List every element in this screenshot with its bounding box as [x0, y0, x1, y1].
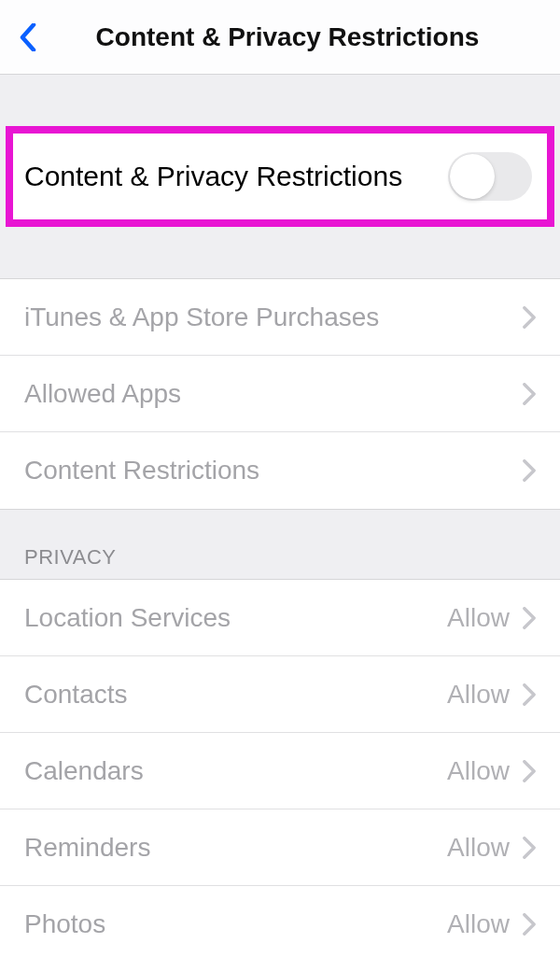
photos-row[interactable]: Photos Allow	[0, 886, 560, 957]
row-label: Photos	[24, 909, 447, 939]
row-value: Allow	[447, 756, 510, 786]
content-privacy-toggle-row[interactable]: Content & Privacy Restrictions	[19, 139, 541, 214]
purchases-group: iTunes & App Store Purchases Allowed App…	[0, 278, 560, 510]
content-privacy-toggle-label: Content & Privacy Restrictions	[24, 161, 448, 192]
chevron-right-icon	[523, 306, 536, 329]
allowed-apps-row[interactable]: Allowed Apps	[0, 356, 560, 432]
privacy-section-header: PRIVACY	[0, 510, 560, 579]
content-privacy-toggle[interactable]	[448, 152, 532, 201]
page-title: Content & Privacy Restrictions	[26, 22, 549, 52]
row-label: Reminders	[24, 833, 447, 863]
nav-header: Content & Privacy Restrictions	[0, 0, 560, 75]
content-scroll[interactable]: Content & Privacy Restrictions iTunes & …	[0, 75, 560, 957]
row-label: Location Services	[24, 603, 447, 633]
spacer	[0, 75, 560, 126]
row-label: Content Restrictions	[24, 456, 523, 486]
chevron-right-icon	[523, 837, 536, 859]
reminders-row[interactable]: Reminders Allow	[0, 809, 560, 886]
itunes-appstore-purchases-row[interactable]: iTunes & App Store Purchases	[0, 279, 560, 356]
content-restrictions-row[interactable]: Content Restrictions	[0, 432, 560, 509]
row-label: Allowed Apps	[24, 379, 523, 409]
row-value: Allow	[447, 833, 510, 863]
location-services-row[interactable]: Location Services Allow	[0, 580, 560, 656]
row-label: Calendars	[24, 756, 447, 786]
row-value: Allow	[447, 909, 510, 939]
highlight-annotation: Content & Privacy Restrictions	[6, 126, 554, 227]
chevron-right-icon	[523, 913, 536, 936]
privacy-group: Location Services Allow Contacts Allow C…	[0, 579, 560, 957]
chevron-right-icon	[523, 683, 536, 706]
chevron-right-icon	[523, 607, 536, 629]
chevron-right-icon	[523, 459, 536, 482]
chevron-right-icon	[523, 383, 536, 405]
chevron-right-icon	[523, 760, 536, 782]
toggle-knob	[450, 154, 495, 199]
row-label: iTunes & App Store Purchases	[24, 303, 523, 332]
row-label: Contacts	[24, 680, 447, 710]
calendars-row[interactable]: Calendars Allow	[0, 733, 560, 809]
spacer	[0, 227, 560, 278]
row-value: Allow	[447, 603, 510, 633]
row-value: Allow	[447, 680, 510, 710]
contacts-row[interactable]: Contacts Allow	[0, 656, 560, 733]
